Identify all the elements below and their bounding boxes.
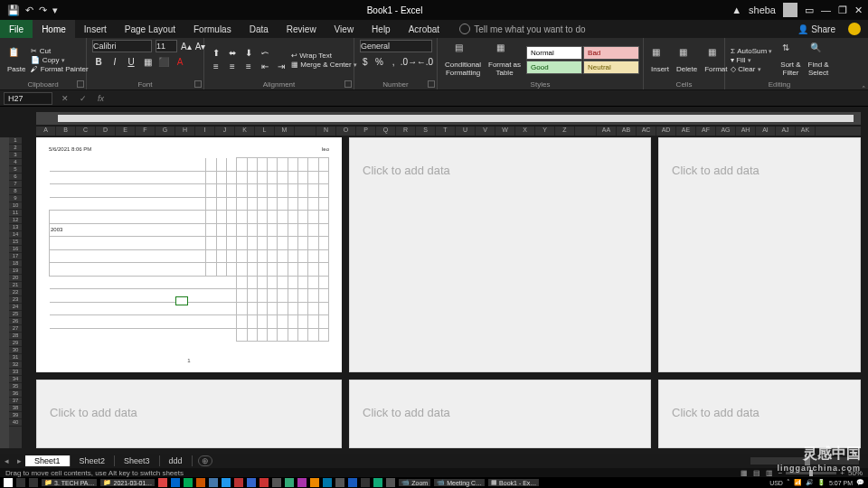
- tb-icon-5[interactable]: [209, 478, 218, 487]
- tell-me-input[interactable]: Tell me what you want to do: [474, 24, 585, 34]
- page-5-placeholder[interactable]: Click to add data: [349, 380, 651, 448]
- tray-notif-icon[interactable]: 💬: [856, 479, 864, 486]
- tray-usd[interactable]: USD: [769, 480, 783, 486]
- align-left-icon[interactable]: ≡: [210, 61, 222, 73]
- view-pagelayout-icon[interactable]: ▤: [753, 469, 760, 477]
- fill-button[interactable]: ▾ Fill: [731, 56, 775, 64]
- page-1[interactable]: 5/6/2021 8:06 PM leo 2003 1: [36, 137, 342, 372]
- format-as-table-button[interactable]: ▦ Format as Table: [486, 39, 523, 80]
- sheet-tab-4[interactable]: ddd: [160, 455, 193, 466]
- tb-icon-4[interactable]: [196, 478, 205, 487]
- qat-redo-icon[interactable]: ↷: [39, 5, 47, 16]
- insert-cells-button[interactable]: ▦Insert: [649, 43, 671, 77]
- add-sheet-button[interactable]: ⊕: [198, 455, 212, 466]
- tab-formulas[interactable]: Formulas: [184, 20, 241, 38]
- align-center-icon[interactable]: ≡: [226, 61, 239, 73]
- tab-help[interactable]: Help: [363, 20, 400, 38]
- format-painter-button[interactable]: 🖌 Format Painter: [31, 65, 88, 73]
- sheet-tab-2[interactable]: Sheet2: [71, 455, 116, 466]
- worksheet-grid[interactable]: 2003: [49, 157, 329, 342]
- sheet-nav-prev[interactable]: ◂: [0, 456, 13, 465]
- start-icon[interactable]: [4, 478, 13, 487]
- tray-wifi-icon[interactable]: 📶: [794, 479, 802, 486]
- tb-icon-1[interactable]: [158, 478, 167, 487]
- tray-sound-icon[interactable]: 🔊: [806, 479, 814, 486]
- tb-icon-18[interactable]: [373, 478, 382, 487]
- task-folder-2[interactable]: 📁 2021-03-01…: [100, 479, 155, 486]
- face-icon[interactable]: [848, 23, 861, 35]
- increase-font-icon[interactable]: A▴: [181, 40, 192, 52]
- cell-style-good[interactable]: Good: [526, 61, 582, 74]
- sheet-nav-next[interactable]: ▸: [13, 456, 25, 465]
- tb-icon-14[interactable]: [323, 478, 332, 487]
- orientation-icon[interactable]: ⤺: [259, 47, 271, 60]
- merge-center-button[interactable]: ▦ Merge & Center: [291, 61, 360, 69]
- tab-file[interactable]: File: [0, 20, 33, 38]
- tab-view[interactable]: View: [326, 20, 363, 38]
- view-normal-icon[interactable]: ▦: [741, 469, 748, 477]
- page-2-placeholder[interactable]: Click to add data: [349, 137, 651, 372]
- alignment-launcher[interactable]: [344, 80, 352, 88]
- tray-battery-icon[interactable]: 🔋: [817, 479, 826, 486]
- wrap-text-button[interactable]: ↩ Wrap Text: [291, 52, 360, 60]
- comma-icon[interactable]: ,: [388, 55, 399, 68]
- tb-icon-7[interactable]: [234, 478, 243, 487]
- tb-icon-9[interactable]: [259, 478, 269, 487]
- fill-color-button[interactable]: ⬛: [157, 55, 170, 68]
- tb-icon-13[interactable]: [310, 478, 319, 487]
- font-color-button[interactable]: A: [174, 55, 186, 68]
- border-button[interactable]: ▦: [141, 55, 154, 68]
- active-cell-cursor[interactable]: [175, 296, 188, 305]
- window-max-icon[interactable]: ❐: [838, 5, 847, 16]
- tb-icon-16[interactable]: [348, 478, 357, 487]
- cell-style-bad[interactable]: Bad: [583, 46, 639, 60]
- task-meeting[interactable]: 📹 Meeting C…: [434, 479, 485, 486]
- tab-insert[interactable]: Insert: [75, 20, 116, 38]
- tab-home[interactable]: Home: [33, 20, 75, 38]
- cut-button[interactable]: ✂ Cut: [31, 47, 88, 55]
- sheet-tab-1[interactable]: Sheet1: [25, 455, 71, 466]
- row-headers[interactable]: 1234567891011121314151617181920212223242…: [9, 137, 22, 448]
- tab-review[interactable]: Review: [278, 20, 326, 38]
- tb-icon-10[interactable]: [272, 478, 281, 487]
- align-right-icon[interactable]: ≡: [242, 61, 255, 73]
- tray-time[interactable]: 5:07 PM: [829, 480, 853, 486]
- user-avatar[interactable]: [783, 3, 797, 17]
- increase-decimal-icon[interactable]: .0→: [402, 55, 415, 68]
- task-folder-1[interactable]: 📁 3. TECH PA…: [42, 479, 97, 486]
- task-excel[interactable]: ▦ Book1 - Ex…: [488, 479, 539, 486]
- font-launcher[interactable]: [194, 80, 202, 88]
- number-format-select[interactable]: [360, 40, 432, 52]
- warning-icon[interactable]: ▲: [731, 5, 741, 15]
- tb-icon-8[interactable]: [247, 478, 256, 487]
- page-6-placeholder[interactable]: Click to add data: [658, 380, 861, 448]
- column-headers[interactable]: ABCDEFGHIJKLMNOPQRSTUVWXYZAAABACADAEAFAG…: [36, 127, 861, 136]
- bold-button[interactable]: B: [92, 55, 105, 68]
- horizontal-scrollbar[interactable]: [750, 457, 859, 465]
- conditional-formatting-button[interactable]: ▤ Conditional Formatting: [443, 39, 483, 80]
- zoom-slider[interactable]: [786, 472, 836, 474]
- task-zoom[interactable]: 📹 Zoom: [399, 479, 430, 486]
- copy-button[interactable]: 📄 Copy: [31, 56, 88, 64]
- sheet-tab-3[interactable]: Sheet3: [115, 455, 160, 466]
- tray-up-icon[interactable]: ˄: [787, 479, 790, 486]
- decrease-indent-icon[interactable]: ⇤: [259, 61, 271, 73]
- window-close-icon[interactable]: ✕: [854, 5, 863, 16]
- tab-data[interactable]: Data: [241, 20, 278, 38]
- tb-icon-15[interactable]: [335, 478, 344, 487]
- paste-button[interactable]: 📋 Paste: [5, 43, 27, 77]
- tb-icon-19[interactable]: [386, 478, 395, 487]
- page-3-placeholder[interactable]: Click to add data: [658, 137, 861, 372]
- currency-icon[interactable]: $: [360, 55, 371, 68]
- find-select-button[interactable]: 🔍Find & Select: [807, 39, 831, 80]
- font-size-input[interactable]: [156, 40, 177, 52]
- decrease-decimal-icon[interactable]: ←.0: [419, 55, 431, 68]
- view-pagebreak-icon[interactable]: ▥: [766, 469, 773, 477]
- underline-button[interactable]: U: [125, 55, 137, 68]
- zoom-level[interactable]: 50%: [848, 469, 863, 477]
- zoom-in-button[interactable]: +: [840, 469, 844, 477]
- tab-acrobat[interactable]: Acrobat: [400, 20, 448, 38]
- search-icon[interactable]: [16, 478, 25, 487]
- cancel-formula-icon[interactable]: ✕: [61, 94, 69, 103]
- clear-button[interactable]: ◇ Clear: [731, 65, 775, 73]
